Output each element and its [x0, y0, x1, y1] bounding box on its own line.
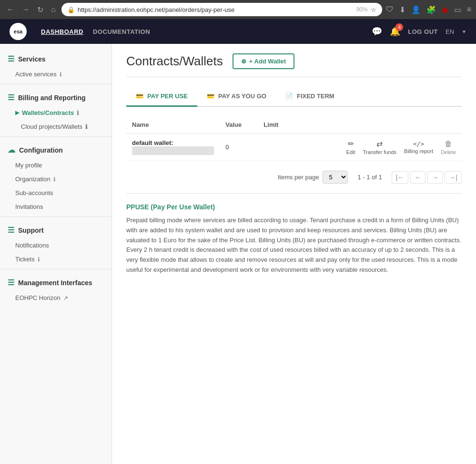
info-title[interactable]: PPUSE (Pay Per Use Wallet)	[126, 203, 462, 211]
support-section-label: Support	[18, 227, 44, 234]
tab-pay-per-use[interactable]: 💳 PAY PER USE	[126, 87, 197, 107]
col-actions	[294, 116, 462, 134]
sidebar-item-wallets-contracts[interactable]: ▶ Wallets/Contracts ℹ	[0, 106, 111, 120]
sidebar-item-active-services[interactable]: Active services ℹ	[0, 67, 111, 81]
reload-button[interactable]: ↻	[35, 3, 45, 16]
pay-as-you-go-tab-icon: 💳	[207, 93, 214, 100]
table-header: Name Value Limit	[126, 116, 462, 134]
sidebar-item-cloud-projects[interactable]: Cloud projects/Wallets ℹ	[0, 120, 111, 134]
table-body: default wallet: ████████████ 0	[126, 134, 462, 161]
shield-icon[interactable]: 🛡	[386, 5, 394, 14]
billing-report-button[interactable]: </> Billing report	[404, 140, 433, 154]
browser-toolbar: 🛡 ⬇ 👤 🧩 ◉ ▭ ≡	[386, 5, 471, 14]
notifications-icon[interactable]: 🔔 4	[390, 26, 400, 37]
bookmark-icon[interactable]: ☆	[371, 6, 376, 13]
wallets-info-icon[interactable]: ℹ	[77, 110, 79, 116]
tickets-info-icon[interactable]: ℹ	[38, 256, 40, 263]
sidebar: ☰ Services Active services ℹ ☰ Billing a…	[0, 44, 112, 464]
sidebar-item-eohpc-horizon[interactable]: EOHPC Horizon ↗	[0, 291, 111, 305]
fixed-term-tab-icon: 📄	[285, 93, 293, 100]
sidebar-item-invitations[interactable]: Invitations	[0, 200, 111, 214]
address-bar[interactable]: 🔒 https://administration.eohpc.net/panel…	[61, 3, 382, 16]
sidebar-item-sub-accounts[interactable]: Sub-accounts	[0, 186, 111, 200]
sidebar-section-configuration[interactable]: ☁ Configuration	[0, 140, 111, 158]
main-nav: DASHBOARD DOCUMENTATION	[41, 28, 150, 35]
menu-icon[interactable]: ≡	[467, 5, 471, 14]
eohpc-horizon-label: EOHPC Horizon	[15, 294, 61, 301]
external-link-icon: ↗	[63, 295, 68, 301]
sidebar-section-billing[interactable]: ☰ Billing and Reporting	[0, 87, 111, 106]
prev-page-button[interactable]: ←	[410, 171, 425, 184]
table-header-row: Name Value Limit	[126, 116, 462, 134]
url-text: https://administration.eohpc.net/panel/o…	[78, 6, 354, 13]
profile-icon[interactable]: 👤	[411, 5, 421, 14]
sidebar-item-organization[interactable]: Organization ℹ	[0, 172, 111, 186]
next-page-button[interactable]: →	[427, 171, 443, 184]
tickets-label: Tickets	[15, 256, 35, 263]
main-content: Contracts/Wallets ⊕ + Add Wallet 💳 PAY P…	[112, 44, 476, 464]
add-wallet-plus-icon: ⊕	[241, 58, 246, 65]
nav-dashboard[interactable]: DASHBOARD	[41, 28, 83, 35]
download-icon[interactable]: ⬇	[399, 5, 405, 14]
tab-pay-as-you-go[interactable]: 💳 PAY AS YOU GO	[197, 87, 276, 107]
first-page-button[interactable]: |←	[392, 171, 409, 184]
items-per-page-control: Items per page 5 10 25	[278, 171, 348, 184]
add-wallet-button[interactable]: ⊕ + Add Wallet	[233, 53, 294, 69]
last-page-button[interactable]: →|	[445, 171, 462, 184]
wallet-name: default wallet:	[132, 139, 214, 146]
divider-1	[0, 84, 111, 84]
app-logo: esa	[10, 23, 27, 40]
wallet-actions-cell: ✏ Edit ⇄ Transfer funds </> Billing repo…	[294, 134, 462, 161]
wallets-table: Name Value Limit default wallet: ███████…	[126, 116, 462, 161]
pagination-nav: |← ← → →|	[392, 171, 462, 184]
sidebar-section-management[interactable]: ☰ Management Interfaces	[0, 272, 111, 291]
logout-button[interactable]: LOG OUT	[408, 28, 438, 35]
cloud-projects-info-icon[interactable]: ℹ	[85, 123, 88, 130]
organization-info-icon[interactable]: ℹ	[53, 176, 56, 183]
transfer-funds-button[interactable]: ⇄ Transfer funds	[363, 139, 397, 155]
services-section-icon: ☰	[8, 54, 14, 63]
pay-per-use-tab-label: PAY PER USE	[147, 93, 188, 100]
per-page-select[interactable]: 5 10 25	[323, 171, 348, 184]
sidebar-item-notifications[interactable]: Notifications	[0, 238, 111, 252]
col-name: Name	[126, 116, 220, 134]
sidebar-item-my-profile[interactable]: My profile	[0, 158, 111, 172]
sub-accounts-label: Sub-accounts	[15, 189, 53, 196]
pagination-bar: Items per page 5 10 25 1 - 1 of 1 |← ← →…	[126, 171, 462, 184]
nav-documentation[interactable]: DOCUMENTATION	[93, 28, 150, 35]
tab-fixed-term[interactable]: 📄 FIXED TERM	[276, 87, 344, 107]
chat-icon[interactable]: 💬	[372, 26, 382, 37]
blocker-icon[interactable]: ◉	[442, 5, 448, 14]
transfer-label: Transfer funds	[363, 149, 397, 155]
active-services-info-icon[interactable]: ℹ	[60, 71, 62, 78]
edit-button[interactable]: ✏ Edit	[346, 139, 355, 155]
extensions-icon[interactable]: 🧩	[426, 5, 436, 14]
delete-button[interactable]: 🗑 Delete	[441, 140, 456, 155]
invitations-label: Invitations	[15, 203, 43, 210]
back-button[interactable]: ←	[5, 3, 16, 16]
divider-3	[0, 217, 111, 217]
edit-icon: ✏	[348, 139, 354, 148]
page-title: Contracts/Wallets	[126, 54, 223, 69]
wallets-contracts-label: Wallets/Contracts	[22, 109, 74, 116]
wallet-value-cell: 0	[220, 134, 258, 161]
notifications-label: Notifications	[15, 242, 49, 249]
add-wallet-label: + Add Wallet	[249, 58, 286, 65]
delete-icon: 🗑	[445, 140, 452, 148]
table-row: default wallet: ████████████ 0	[126, 134, 462, 161]
sidebar-section-services[interactable]: ☰ Services	[0, 49, 111, 67]
forward-button[interactable]: →	[20, 3, 31, 16]
sidebar-item-tickets[interactable]: Tickets ℹ	[0, 252, 111, 266]
lang-chevron-icon: ▼	[462, 29, 466, 34]
main-layout: ☰ Services Active services ℹ ☰ Billing a…	[0, 44, 476, 464]
sidebar-section-support[interactable]: ☰ Support	[0, 220, 111, 238]
pay-as-you-go-tab-label: PAY AS YOU GO	[218, 93, 266, 100]
home-button[interactable]: ⌂	[49, 3, 58, 16]
configuration-section-label: Configuration	[19, 146, 63, 154]
configuration-section-icon: ☁	[8, 145, 15, 155]
col-value: Value	[220, 116, 258, 134]
language-selector[interactable]: EN	[446, 28, 454, 35]
wallet-value: 0	[225, 144, 229, 151]
header-left: esa DASHBOARD DOCUMENTATION	[10, 23, 150, 40]
cast-icon[interactable]: ▭	[454, 5, 461, 14]
